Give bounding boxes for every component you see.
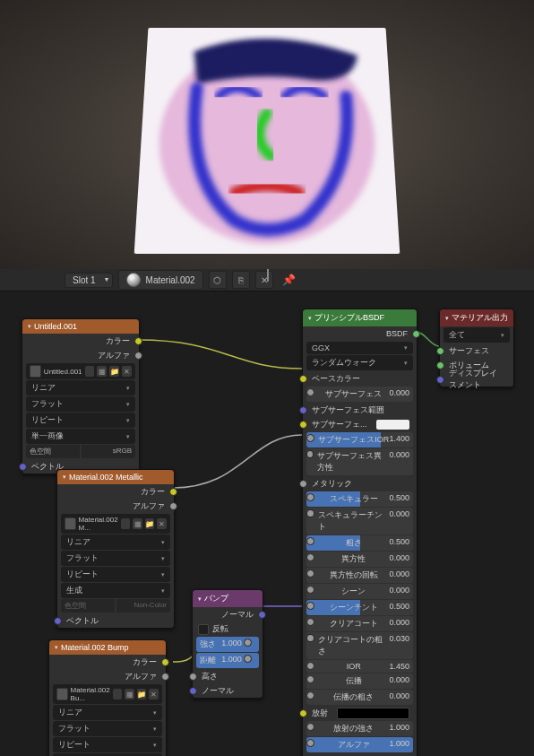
unlink-icon[interactable]: ✕ (149, 689, 159, 700)
node-principled-bsdf[interactable]: ▾プリンシプルBSDF BSDF GGX ランダムウォーク ベースカラー サブサ… (302, 308, 418, 756)
input-socket[interactable] (306, 618, 314, 626)
input-socket[interactable] (306, 537, 314, 545)
material-selector[interactable]: Material.002 (118, 270, 203, 290)
user-count-icon[interactable] (113, 689, 123, 700)
trans-rough-slider[interactable]: 伝播の粗さ0.000 (306, 690, 413, 705)
extension-dropdown[interactable]: リピート (61, 567, 170, 582)
aniso-slider[interactable]: 異方性0.000 (306, 552, 413, 567)
output-socket-color[interactable] (169, 488, 177, 496)
user-count-icon[interactable] (121, 518, 131, 529)
open-image-icon[interactable]: 📁 (137, 689, 147, 700)
target-dropdown[interactable]: 全て (444, 327, 510, 343)
node-header[interactable]: ▾バンプ (193, 590, 263, 607)
sss-aniso-slider[interactable]: サブサーフェス異方性0.000 (306, 448, 413, 475)
input-socket-normal[interactable] (189, 687, 197, 695)
input-socket[interactable] (306, 634, 314, 642)
input-socket-strength[interactable] (244, 639, 252, 647)
collapse-icon[interactable]: ▾ (55, 644, 58, 651)
input-socket[interactable] (306, 586, 314, 594)
input-socket-sss-color[interactable] (299, 421, 307, 429)
input-socket[interactable] (306, 739, 314, 747)
node-editor-canvas[interactable]: ▾Untitled.001 カラー アルファ Untitled.001 ▦ 📁 … (0, 291, 534, 756)
user-count-icon[interactable] (85, 366, 95, 377)
projection-dropdown[interactable]: フラット (53, 721, 162, 736)
node-header[interactable]: ▾プリンシプルBSDF (303, 309, 417, 326)
sss-method-dropdown[interactable]: ランダムウォーク (306, 355, 413, 370)
sheen-tint-slider[interactable]: シーンチント0.500 (306, 600, 413, 615)
output-socket-color[interactable] (134, 337, 142, 345)
output-socket-alpha[interactable] (161, 673, 169, 681)
colorspace-row[interactable]: 色空間 Non-Color (61, 599, 170, 613)
close-button[interactable]: ✕ (255, 271, 273, 289)
copy-button[interactable]: ⎘ (232, 271, 250, 289)
input-socket-base-color[interactable] (299, 375, 307, 383)
interpolation-dropdown[interactable]: リニア (61, 534, 170, 550)
collapse-icon[interactable]: ▾ (308, 315, 312, 322)
node-image-texture-untitled001[interactable]: ▾Untitled.001 カラー アルファ Untitled.001 ▦ 📁 … (22, 318, 140, 474)
new-image-icon[interactable]: ▦ (125, 689, 134, 700)
cc-rough-slider[interactable]: クリアコートの粗さ0.030 (306, 632, 413, 659)
node-bump[interactable]: ▾バンプ ノーマル 反転 強さ1.000 距離1.000 高さ ノーマル (192, 589, 263, 699)
collapse-icon[interactable]: ▾ (63, 474, 66, 481)
input-socket-height[interactable] (189, 673, 197, 681)
node-header[interactable]: ▾Material.002 Bump (49, 640, 166, 655)
specular-slider[interactable]: スペキュラー0.500 (306, 491, 413, 507)
input-socket[interactable] (306, 450, 314, 458)
open-image-icon[interactable]: 📁 (145, 518, 155, 529)
input-socket[interactable] (306, 388, 314, 396)
invert-checkbox[interactable]: 反転 (196, 622, 259, 636)
input-socket[interactable] (306, 553, 314, 561)
roughness-slider[interactable]: 粗さ0.500 (306, 535, 413, 551)
projection-dropdown[interactable]: フラット (26, 396, 135, 412)
node-image-texture-metallic[interactable]: ▾Material.002 Metallic カラー アルファ Material… (56, 469, 175, 629)
sheen-slider[interactable]: シーン0.000 (306, 584, 413, 599)
viewport-3d[interactable] (0, 0, 534, 269)
collapse-icon[interactable]: ▾ (198, 595, 202, 603)
input-socket[interactable] (306, 509, 314, 517)
output-socket-alpha[interactable] (169, 502, 177, 510)
input-socket[interactable] (306, 662, 314, 670)
input-socket[interactable] (306, 602, 314, 610)
input-socket-surface[interactable] (436, 347, 444, 355)
extension-dropdown[interactable]: リピート (26, 413, 135, 428)
output-socket-alpha[interactable] (134, 352, 142, 360)
unlink-icon[interactable]: ✕ (157, 518, 167, 529)
input-socket[interactable] (306, 569, 314, 578)
node-image-texture-bump[interactable]: ▾Material.002 Bump カラー アルファ Material.002… (48, 639, 167, 756)
output-socket-color[interactable] (161, 658, 169, 666)
emit-strength-slider[interactable]: 放射の強さ1.000 (306, 721, 413, 736)
input-socket-vector[interactable] (19, 463, 27, 471)
alpha-slider[interactable]: アルファ1.000 (306, 737, 413, 752)
extension-dropdown[interactable]: リピート (53, 737, 162, 752)
colorspace-row[interactable]: 色空間 sRGB (26, 445, 135, 458)
output-socket-normal[interactable] (258, 611, 266, 619)
new-image-icon[interactable]: ▦ (133, 518, 142, 529)
input-socket[interactable] (306, 675, 314, 683)
input-socket-vector[interactable] (54, 617, 62, 625)
strength-slider[interactable]: 強さ1.000 (196, 637, 259, 652)
collapse-icon[interactable]: ▾ (445, 315, 449, 322)
input-socket[interactable] (306, 434, 314, 442)
input-socket-emission[interactable] (299, 709, 307, 717)
subsurface-slider[interactable]: サブサーフェス0.000 (306, 387, 413, 402)
source-dropdown[interactable]: 生成 (61, 583, 170, 598)
clearcoat-slider[interactable]: クリアコート0.000 (306, 616, 413, 631)
input-socket[interactable] (306, 493, 314, 501)
pin-icon[interactable]: 📌 (282, 274, 296, 286)
ior-slider[interactable]: IOR1.450 (306, 660, 413, 673)
sss-ior-slider[interactable]: サブサーフェスIOR1.400 (306, 432, 413, 448)
material-slot-dropdown[interactable]: Slot 1 (65, 273, 113, 288)
image-datablock-selector[interactable]: Material.002 M... ▦ 📁 ✕ (61, 514, 170, 534)
input-socket-sss-radius[interactable] (299, 406, 307, 414)
output-socket-bsdf[interactable] (412, 330, 420, 338)
interpolation-dropdown[interactable]: リニア (53, 705, 162, 720)
node-header[interactable]: ▾Untitled.001 (22, 319, 139, 334)
node-header[interactable]: ▾Material.002 Metallic (57, 470, 174, 484)
interpolation-dropdown[interactable]: リニア (26, 380, 135, 395)
distance-slider[interactable]: 距離1.000 (196, 653, 259, 668)
input-socket-metallic[interactable] (299, 480, 307, 488)
spec-tint-slider[interactable]: スペキュラーチント0.000 (306, 508, 413, 534)
input-socket[interactable] (306, 691, 314, 700)
node-header[interactable]: ▾マテリアル出力 (440, 309, 513, 326)
collapse-icon[interactable]: ▾ (28, 323, 31, 330)
